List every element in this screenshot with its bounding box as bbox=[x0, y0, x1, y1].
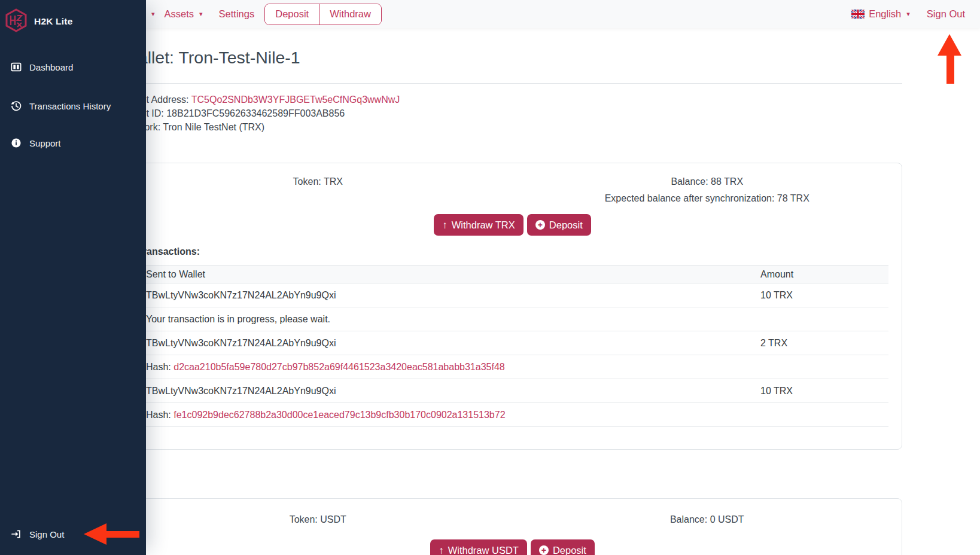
withdraw-usdt-button[interactable]: ↑ Withdraw USDT bbox=[430, 539, 527, 555]
wallet-address-link[interactable]: TC5Qo2SNDb3W3YFJBGETw5eCfNGq3wwNwJ bbox=[191, 94, 400, 105]
usdt-actions: ↑ Withdraw USDT + Deposit bbox=[123, 539, 902, 555]
table-row: Hash: d2caa210b5fa59e780d27cb97b852a69f4… bbox=[138, 355, 888, 379]
sent-to-wallet-cell: TBwLtyVNw3coKN7z17N24AL2AbYn9u9Qxi bbox=[138, 283, 752, 307]
sign-out-link-top[interactable]: Sign Out bbox=[927, 8, 965, 20]
amount-cell: 10 TRX bbox=[752, 379, 888, 403]
sidebar-item-support[interactable]: Support bbox=[0, 133, 146, 153]
withdraw-usdt-label: Withdraw USDT bbox=[448, 545, 519, 555]
hidden-nav-caret-icon: ▾ bbox=[151, 11, 155, 17]
table-row: TBwLtyVNw3coKN7z17N24AL2AbYn9u9Qxi10 TRX bbox=[138, 283, 888, 307]
sidebar-item-label: Dashboard bbox=[29, 62, 73, 72]
arrow-up-icon: ↑ bbox=[439, 545, 444, 555]
settings-link[interactable]: Settings bbox=[219, 8, 255, 20]
sent-to-wallet-cell: Hash: d2caa210b5fa59e780d27cb97b852a69f4… bbox=[138, 355, 752, 379]
withdraw-button[interactable]: Withdraw bbox=[319, 4, 381, 25]
deposit-trx-button[interactable]: + Deposit bbox=[527, 214, 591, 236]
sidebar-item-label: Sign Out bbox=[29, 529, 64, 539]
amount-cell: 10 TRX bbox=[752, 283, 888, 307]
network-value: Tron Nile TestNet (TRX) bbox=[163, 122, 264, 132]
sidebar-item-transactions-history[interactable]: Transactions History bbox=[0, 96, 146, 115]
sent-to-wallet-header: Sent to Wallet bbox=[138, 266, 752, 283]
table-header-row: Sent to Wallet Amount bbox=[138, 266, 888, 283]
amount-header: Amount bbox=[752, 266, 888, 283]
history-icon bbox=[11, 100, 22, 111]
amount-cell: 2 TRX bbox=[752, 331, 888, 355]
arrow-up-icon: ↑ bbox=[442, 220, 448, 230]
table-row: Your transaction is in progress, please … bbox=[138, 307, 888, 331]
table-row: Hash: fe1c092b9dec62788b2a30d00ce1eaced7… bbox=[138, 403, 888, 427]
assets-link[interactable]: Assets bbox=[165, 8, 194, 20]
plus-circle-icon: + bbox=[539, 545, 549, 555]
amount-cell bbox=[752, 355, 888, 379]
deposit-usdt-label: Deposit bbox=[553, 545, 586, 555]
transactions-heading: Transactions: bbox=[138, 246, 200, 257]
wallet-id-value: 18B21D3FC5962633462589FF003AB856 bbox=[166, 108, 345, 118]
h2k-logo-icon bbox=[5, 8, 28, 35]
deposit-withdraw-group: Deposit Withdraw bbox=[264, 4, 382, 25]
hash-label: Hash: bbox=[146, 362, 174, 372]
top-bar: ▾ Assets ▾ Settings Deposit Withdraw Eng… bbox=[0, 0, 980, 28]
nav-assets[interactable]: Assets ▾ bbox=[165, 8, 203, 20]
info-icon bbox=[11, 138, 22, 148]
language-selector[interactable]: English ▾ bbox=[869, 8, 910, 20]
brand[interactable]: H2K Lite bbox=[5, 8, 72, 35]
chevron-down-icon: ▾ bbox=[906, 11, 910, 17]
transactions-table: Sent to Wallet Amount TBwLtyVNw3coKN7z17… bbox=[138, 265, 888, 427]
withdraw-trx-label: Withdraw TRX bbox=[452, 219, 515, 231]
sidebar-item-sign-out[interactable]: Sign Out bbox=[0, 524, 146, 544]
deposit-button[interactable]: Deposit bbox=[265, 4, 319, 25]
hash-label: Hash: bbox=[146, 410, 174, 420]
trx-token-row: Token: TRX Balance: 88 TRX bbox=[123, 176, 902, 187]
dashboard-icon bbox=[11, 62, 22, 72]
withdraw-trx-button[interactable]: ↑ Withdraw TRX bbox=[434, 214, 524, 236]
sent-to-wallet-cell: TBwLtyVNw3coKN7z17N24AL2AbYn9u9Qxi bbox=[138, 379, 752, 403]
usdt-token-row: Token: USDT Balance: 0 USDT bbox=[123, 514, 902, 525]
language-label[interactable]: English bbox=[869, 8, 901, 20]
sent-to-wallet-cell: Your transaction is in progress, please … bbox=[138, 307, 752, 331]
trx-balance-label: Balance: 88 TRX bbox=[513, 176, 902, 187]
trx-expected-balance: Expected balance after synchronization: … bbox=[513, 193, 902, 204]
sign-out-icon bbox=[11, 529, 22, 539]
annotation-arrow-up bbox=[938, 34, 961, 84]
sidebar-item-label: Transactions History bbox=[29, 101, 111, 111]
sidebar: H2K Lite Dashboard Transactions History bbox=[0, 0, 146, 555]
wallet-info: Wallet Address: TC5Qo2SNDb3W3YFJBGETw5eC… bbox=[123, 93, 400, 134]
sent-to-wallet-cell: Hash: fe1c092b9dec62788b2a30d00ce1eaced7… bbox=[138, 403, 752, 427]
hash-link[interactable]: fe1c092b9dec62788b2a30d00ce1eaced79c13b9… bbox=[174, 410, 505, 420]
sidebar-item-dashboard[interactable]: Dashboard bbox=[0, 57, 146, 77]
plus-circle-icon: + bbox=[535, 220, 545, 230]
page-title: Wallet: Tron-Test-Nile-1 bbox=[123, 48, 300, 68]
amount-cell bbox=[752, 307, 888, 331]
wallet-address-line: Wallet Address: TC5Qo2SNDb3W3YFJBGETw5eC… bbox=[123, 93, 400, 106]
usdt-token-label: Token: USDT bbox=[123, 514, 513, 525]
network-line: Network: Tron Nile TestNet (TRX) bbox=[123, 120, 400, 134]
deposit-trx-label: Deposit bbox=[549, 219, 583, 231]
deposit-usdt-button[interactable]: + Deposit bbox=[531, 539, 595, 555]
uk-flag-icon bbox=[851, 10, 865, 19]
usdt-token-card: Token: USDT Balance: 0 USDT ↑ Withdraw U… bbox=[123, 498, 902, 555]
top-nav: ▾ Assets ▾ Settings Deposit Withdraw bbox=[151, 0, 382, 28]
trx-token-card: Token: TRX Balance: 88 TRX Expected bala… bbox=[123, 163, 902, 450]
amount-cell bbox=[752, 403, 888, 427]
hash-link[interactable]: d2caa210b5fa59e780d27cb97b852a69f4461523… bbox=[174, 362, 504, 372]
brand-name: H2K Lite bbox=[34, 16, 72, 27]
trx-actions: ↑ Withdraw TRX + Deposit bbox=[123, 214, 902, 236]
sidebar-item-label: Support bbox=[29, 138, 61, 148]
sent-to-wallet-cell: TBwLtyVNw3coKN7z17N24AL2AbYn9u9Qxi bbox=[138, 331, 752, 355]
chevron-down-icon: ▾ bbox=[199, 11, 203, 17]
top-nav-right: English ▾ Sign Out bbox=[851, 0, 965, 28]
table-row: TBwLtyVNw3coKN7z17N24AL2AbYn9u9Qxi10 TRX bbox=[138, 379, 888, 403]
divider bbox=[123, 83, 902, 84]
trx-token-label: Token: TRX bbox=[123, 176, 513, 187]
table-row: TBwLtyVNw3coKN7z17N24AL2AbYn9u9Qxi2 TRX bbox=[138, 331, 888, 355]
usdt-balance-label: Balance: 0 USDT bbox=[513, 514, 902, 525]
wallet-id-line: Wallet ID: 18B21D3FC5962633462589FF003AB… bbox=[123, 106, 400, 120]
